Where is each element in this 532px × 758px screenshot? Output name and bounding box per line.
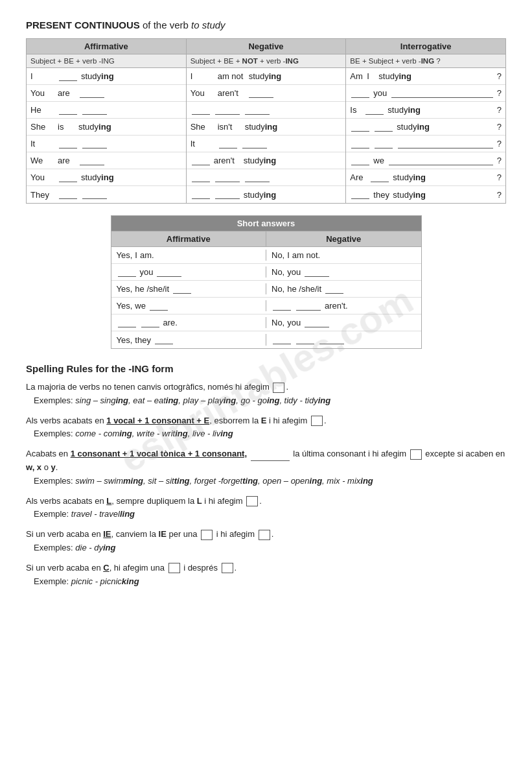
subj: they xyxy=(373,190,390,200)
blank xyxy=(59,173,77,182)
sa-neg-6 xyxy=(272,335,416,344)
blank xyxy=(249,89,273,98)
subj: I xyxy=(191,71,215,81)
rule-5: Si un verb acaba en IE, canviem la IE pe… xyxy=(26,528,506,555)
blank xyxy=(371,173,389,182)
neg-no: No, xyxy=(272,267,284,277)
subj: you xyxy=(373,88,387,98)
neg-row-5: It xyxy=(187,136,346,152)
blank xyxy=(273,335,291,344)
blank xyxy=(118,318,136,327)
title-rest: of the verb xyxy=(140,19,191,30)
blank xyxy=(118,268,136,277)
neg-subj: you xyxy=(287,267,301,277)
rule-3: Acabats en 1 consonant + 1 vocal tònica … xyxy=(26,447,506,488)
int-row-1: Am I studying ? xyxy=(346,68,505,85)
aff-subj: we xyxy=(135,301,146,311)
neg-no: No, xyxy=(272,318,284,327)
blank xyxy=(351,89,369,98)
rule-6: Si un verb acaba en C, hi afegim una i d… xyxy=(26,562,506,589)
int-row-8: they studying ? xyxy=(346,186,505,203)
verb: studying xyxy=(393,172,494,182)
aff-row-5: It xyxy=(27,136,186,152)
rule-text: Si un verb acaba en C, hi afegim una i d… xyxy=(26,563,237,573)
examples: Exemple: travel - travelling xyxy=(26,509,135,519)
subj: It xyxy=(191,139,215,148)
subj: They xyxy=(30,190,55,200)
verb: studying xyxy=(393,190,494,200)
sa-neg-4: aren't. xyxy=(272,301,416,311)
q: ? xyxy=(497,139,502,148)
subj: It xyxy=(30,139,55,148)
verb: studying xyxy=(81,172,114,182)
col-int-subheader: BE + Subject + verb -ING ? xyxy=(346,54,505,68)
subj: we xyxy=(373,156,385,165)
aff-yes: Yes, xyxy=(117,284,133,294)
blank xyxy=(82,139,107,148)
aff-yes: Yes, xyxy=(117,335,133,345)
verb: studying xyxy=(387,105,494,115)
short-answers-section: Short answers Affirmative Negative Yes, … xyxy=(111,215,422,349)
be: Is xyxy=(350,105,362,115)
blank xyxy=(192,106,210,115)
be: is xyxy=(58,122,76,132)
blank xyxy=(351,139,369,148)
neg-subj: I xyxy=(287,250,290,260)
rule-4: Als verbs acabats en L, sempre dupliquem… xyxy=(26,495,506,522)
blank xyxy=(192,173,210,182)
blank xyxy=(141,318,159,327)
grammar-table: Affirmative Subject + BE + verb -ING I s… xyxy=(26,38,506,204)
sa-header: Affirmative Negative xyxy=(111,231,422,246)
examples: Exemples: sing – singing, eat – eating, … xyxy=(26,396,330,405)
verb: studying xyxy=(244,156,277,165)
sa-aff-6: Yes, they xyxy=(117,335,261,345)
sa-divider xyxy=(266,334,266,346)
examples: Exemples: come - coming, write - writing… xyxy=(26,429,233,438)
q: ? xyxy=(497,172,502,182)
sa-title: Short answers xyxy=(111,215,422,231)
aff-row-3: He xyxy=(27,102,186,119)
sa-divider xyxy=(266,300,266,311)
blank xyxy=(319,335,344,344)
col-interrogative: Interrogative BE + Subject + verb -ING ?… xyxy=(346,39,505,203)
neg-no: No, xyxy=(272,250,284,260)
int-row-2: you ? xyxy=(346,85,505,102)
q: ? xyxy=(497,105,502,115)
input-box-2 xyxy=(259,530,270,540)
col-neg-subheader: Subject + BE + NOT + verb -ING xyxy=(187,54,346,68)
sa-divider xyxy=(266,283,266,294)
be: Are xyxy=(350,172,367,182)
neg-no: No, xyxy=(272,284,284,294)
rule-text: La majoria de verbs no tenen canvis orto… xyxy=(26,382,288,392)
rule-2: Als verbs acabats en 1 vocal + 1 consona… xyxy=(26,414,506,442)
blank xyxy=(305,318,329,327)
subj: You xyxy=(30,88,55,98)
blank xyxy=(351,190,369,199)
aff-yes: Yes, xyxy=(117,301,133,311)
examples: Exemple: picnic - picnicking xyxy=(26,576,139,586)
q: ? xyxy=(497,156,502,165)
sa-neg-5: No, you xyxy=(272,318,416,327)
be: are xyxy=(58,88,76,98)
spelling-list: La majoria de verbs no tenen canvis orto… xyxy=(26,381,506,588)
neg-word: aren't xyxy=(214,156,241,165)
subj: I xyxy=(367,71,376,81)
blank xyxy=(242,139,267,148)
verb: studying xyxy=(78,122,111,132)
aff-subj: you xyxy=(140,267,154,277)
neg-word: aren't xyxy=(218,88,245,98)
blank xyxy=(325,285,343,294)
neg-row-4: She isn't studying xyxy=(187,119,346,136)
subj: You xyxy=(30,172,55,182)
neg-subj: you xyxy=(287,318,301,327)
aff-row-1: I studying xyxy=(27,68,186,85)
sa-row-3: Yes, he /she/it No, he /she/it xyxy=(111,281,421,298)
rule-1: La majoria de verbs no tenen canvis orto… xyxy=(26,381,506,408)
spelling-title: Spelling Rules for the -ING form xyxy=(26,363,506,374)
input-box xyxy=(246,496,258,506)
aff-verb: am. xyxy=(140,250,154,260)
sa-row-5: are. No, you xyxy=(111,314,421,331)
q: ? xyxy=(497,71,502,81)
sa-body: Yes, I am. No, I am not. you No, you xyxy=(111,246,422,349)
blank xyxy=(150,302,168,311)
